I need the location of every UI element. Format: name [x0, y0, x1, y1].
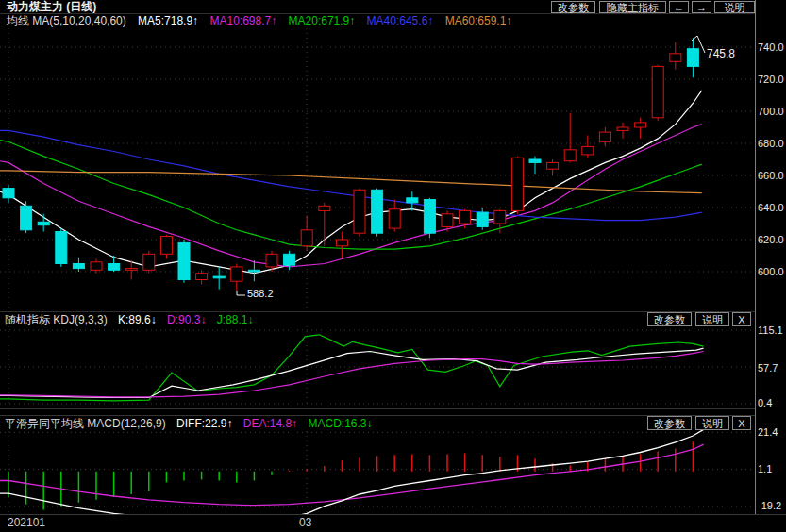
- macd-tick: -19.2: [758, 500, 786, 511]
- kdj-tick: 0.4: [758, 397, 786, 408]
- instrument-title: 动力煤主力 (日线): [7, 1, 96, 13]
- price-tick: 720.0: [758, 74, 786, 85]
- time-axis-bar: [0, 514, 786, 532]
- price-tick: 740.0: [758, 42, 786, 53]
- ma40-value: MA40:645.6↑: [367, 14, 434, 27]
- kdj-indicator-chart[interactable]: [0, 311, 755, 408]
- time-tick-march: 03: [299, 517, 311, 529]
- ma20-value: MA20:671.9↑: [289, 14, 356, 27]
- price-tick: 620.0: [758, 234, 786, 245]
- macd-help-button[interactable]: 说明: [695, 416, 729, 430]
- hide-main-indicator-button[interactable]: 隐藏主指标: [599, 1, 666, 13]
- kdj-help-button[interactable]: 说明: [695, 312, 729, 326]
- help-button[interactable]: 说明: [714, 1, 755, 13]
- ma5-value: MA5:718.9↑: [138, 14, 198, 27]
- price-tick: 640.0: [758, 202, 786, 213]
- time-tick-start: 202101: [8, 517, 45, 529]
- macd-tick: 21.4: [758, 426, 786, 438]
- ma60-value: MA60:659.1↑: [445, 14, 512, 27]
- right-arrow-icon: →: [696, 2, 707, 13]
- ma-legend-label: 均线 MA(5,10,20,40,60): [7, 14, 126, 27]
- macd-change-params-button[interactable]: 改参数: [647, 416, 692, 430]
- prev-button[interactable]: ←: [669, 1, 689, 13]
- price-tick: 600.0: [758, 266, 786, 277]
- left-arrow-icon: ←: [674, 2, 684, 13]
- panel-divider: [0, 408, 786, 416]
- price-tick: 700.0: [758, 106, 786, 117]
- macd-close-button[interactable]: X: [732, 416, 751, 430]
- chart-window: 动力煤主力 (日线) 改参数 隐藏主指标 ← → 说明 均线 MA(5,10,2…: [0, 0, 786, 532]
- high-price-label: 745.8: [707, 47, 735, 60]
- macd-tick: 1.1: [758, 463, 786, 474]
- change-params-button[interactable]: 改参数: [551, 1, 595, 13]
- ma-legend-row: 均线 MA(5,10,20,40,60) MA5:718.9↑ MA10:698…: [7, 14, 520, 27]
- macd-indicator-chart[interactable]: [0, 416, 755, 514]
- kdj-tick: 115.1: [758, 324, 786, 336]
- low-price-label: 588.2: [247, 288, 274, 299]
- kdj-change-params-button[interactable]: 改参数: [647, 312, 692, 326]
- next-button[interactable]: →: [692, 1, 711, 13]
- price-tick: 660.0: [758, 170, 786, 181]
- price-tick: 680.0: [758, 138, 786, 149]
- kdj-close-button[interactable]: X: [732, 312, 751, 326]
- main-price-chart[interactable]: [0, 28, 755, 311]
- kdj-tick: 57.7: [758, 362, 786, 374]
- ma10-value: MA10:698.7↑: [209, 14, 276, 27]
